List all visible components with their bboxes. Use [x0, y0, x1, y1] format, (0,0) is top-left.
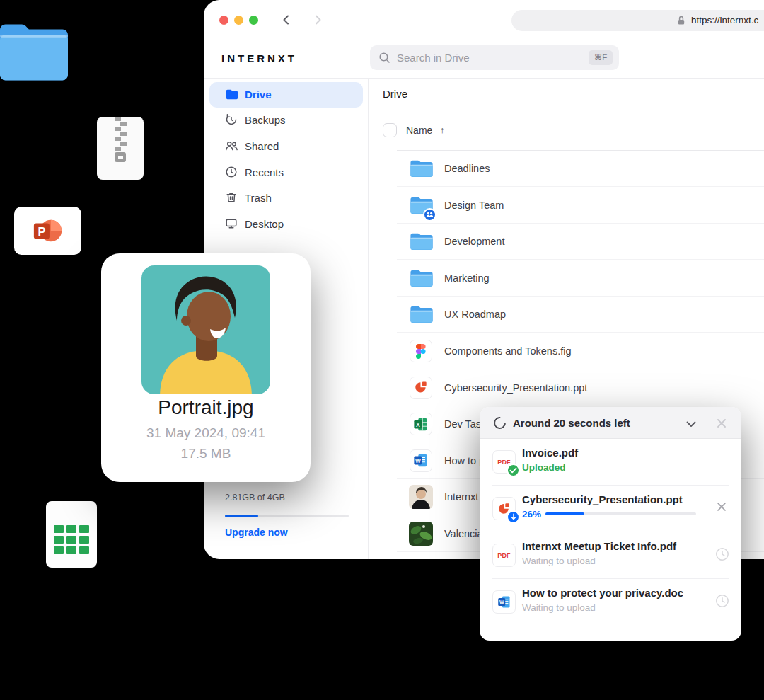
floating-folder-icon — [0, 20, 68, 84]
file-name: Valencia — [444, 528, 483, 539]
lock-icon — [676, 15, 686, 29]
storage-usage-label: 2.81GB of 4GB — [225, 493, 285, 503]
upload-item-name: How to protect your privacy.doc — [522, 587, 683, 599]
file-name: Marketing — [444, 272, 490, 284]
file-row[interactable]: Deadlines — [369, 150, 764, 187]
nav-forward-button[interactable] — [311, 13, 324, 26]
file-name: Dev Tas — [444, 418, 481, 430]
folder-icon — [410, 268, 434, 291]
cancel-upload-button[interactable] — [714, 500, 731, 517]
upload-progress-panel: Around 20 seconds left PDF Invoice.pdf U… — [480, 407, 741, 641]
upload-item-status: Waiting to upload — [522, 602, 596, 613]
upgrade-now-link[interactable]: Upgrade now — [225, 527, 288, 538]
excel-file-icon: X — [410, 413, 432, 435]
spinner-icon — [492, 415, 509, 432]
preview-date: 31 May 2024, 09:41 — [101, 425, 311, 441]
shared-folder-badge-icon — [423, 208, 436, 222]
waiting-clock-icon — [714, 593, 731, 610]
page-title: Drive — [383, 88, 407, 100]
powerpoint-file-icon — [410, 377, 432, 399]
powerpoint-logo-icon: P — [31, 214, 65, 247]
file-name: How to p — [444, 455, 485, 466]
search-placeholder: Search in Drive — [397, 45, 470, 70]
upload-progress-fill — [545, 512, 584, 515]
floating-zip-file-icon — [97, 117, 144, 180]
file-preview-card: Portrait.jpg 31 May 2024, 09:41 17.5 MB — [101, 253, 311, 482]
sidebar-item-backups[interactable]: Backups — [204, 107, 368, 133]
search-shortcut-badge: ⌘F — [589, 50, 613, 65]
storage-progress-fill — [225, 515, 258, 517]
file-row[interactable]: Components and Tokens.fig — [369, 333, 764, 369]
internxt-logo: INTERNXT — [221, 52, 297, 64]
select-all-checkbox[interactable] — [383, 123, 397, 137]
zipper-icon — [115, 117, 126, 162]
file-name: Design Team — [444, 200, 504, 211]
file-row[interactable]: Design Team — [369, 187, 764, 224]
search-icon — [378, 52, 390, 67]
folder-icon — [410, 159, 434, 181]
folder-icon — [410, 304, 434, 327]
close-window-button[interactable] — [219, 16, 228, 25]
sidebar-item-label: Shared — [245, 133, 279, 159]
svg-text:P: P — [37, 225, 45, 238]
upload-item: W How to protect your privacy.doc Waitin… — [480, 579, 741, 626]
preview-filename: Portrait.jpg — [101, 396, 311, 419]
sidebar-item-desktop[interactable]: Desktop — [204, 211, 368, 237]
storage-progress-bar — [225, 515, 349, 517]
history-icon — [225, 113, 238, 129]
sidebar-item-label: Desktop — [245, 211, 284, 237]
people-icon — [225, 139, 238, 155]
figma-file-icon — [410, 340, 432, 362]
nav-back-button[interactable] — [280, 13, 293, 26]
svg-text:X: X — [416, 420, 420, 428]
folder-icon — [225, 88, 239, 104]
floating-spreadsheet-icon — [46, 501, 97, 568]
clock-icon — [225, 166, 238, 181]
minimize-window-button[interactable] — [234, 16, 243, 25]
file-name: Development — [444, 236, 504, 247]
address-bar[interactable]: https://internxt.c — [511, 10, 764, 31]
floating-powerpoint-icon: P — [14, 207, 81, 255]
page: P https://internxt.c — [0, 0, 764, 700]
sidebar-item-drive[interactable]: Drive — [209, 82, 363, 108]
sidebar-item-label: Backups — [245, 107, 286, 133]
sort-ascending-icon[interactable]: ↑ — [440, 123, 445, 137]
pdf-file-icon: PDF — [492, 450, 516, 474]
upload-item: Cybersecurity_Presentation.ppt 26% — [480, 486, 741, 532]
url-text: https://internxt.c — [691, 10, 758, 31]
upload-progress-bar — [545, 512, 696, 515]
spreadsheet-grid-icon — [54, 525, 89, 554]
word-file-icon: W — [410, 449, 432, 472]
file-row[interactable]: Development — [369, 223, 764, 260]
upload-item-name: Cybersecurity_Presentation.ppt — [522, 493, 683, 505]
desktop-icon — [225, 217, 238, 233]
file-row[interactable]: Cybersecurity_Presentation.ppt — [369, 369, 764, 406]
file-name: Deadlines — [444, 163, 490, 174]
search-input[interactable]: Search in Drive ⌘F — [370, 45, 619, 70]
upload-item-status: Uploaded — [522, 462, 566, 473]
zoom-window-button[interactable] — [249, 16, 258, 25]
sidebar-item-label: Recents — [245, 159, 284, 185]
file-name: Components and Tokens.fig — [444, 345, 572, 357]
portrait-photo — [141, 265, 270, 394]
file-row[interactable]: UX Roadmap — [369, 296, 764, 333]
file-row[interactable]: Marketing — [369, 260, 764, 297]
waiting-clock-icon — [714, 546, 731, 563]
sidebar-item-label: Drive — [245, 82, 272, 108]
close-panel-button[interactable] — [714, 416, 729, 433]
column-header-name[interactable]: Name — [406, 123, 432, 137]
sidebar-item-trash[interactable]: Trash — [204, 185, 368, 211]
uploading-arrow-badge-icon — [507, 510, 520, 524]
pdf-file-icon: PDF — [492, 544, 516, 567]
image-thumbnail — [409, 522, 433, 546]
sidebar-item-recents[interactable]: Recents — [204, 159, 368, 185]
sidebar-item-shared[interactable]: Shared — [204, 133, 368, 159]
folder-icon — [410, 231, 434, 254]
uploaded-check-badge-icon — [507, 464, 520, 477]
upload-item: PDF Invoice.pdf Uploaded — [480, 439, 741, 486]
svg-text:W: W — [499, 599, 504, 605]
svg-text:W: W — [415, 458, 421, 464]
upload-item: PDF Internxt Meetup Ticket Info.pdf Wait… — [480, 532, 741, 579]
collapse-panel-button[interactable] — [685, 418, 698, 433]
upload-item-status: Waiting to upload — [522, 556, 596, 566]
